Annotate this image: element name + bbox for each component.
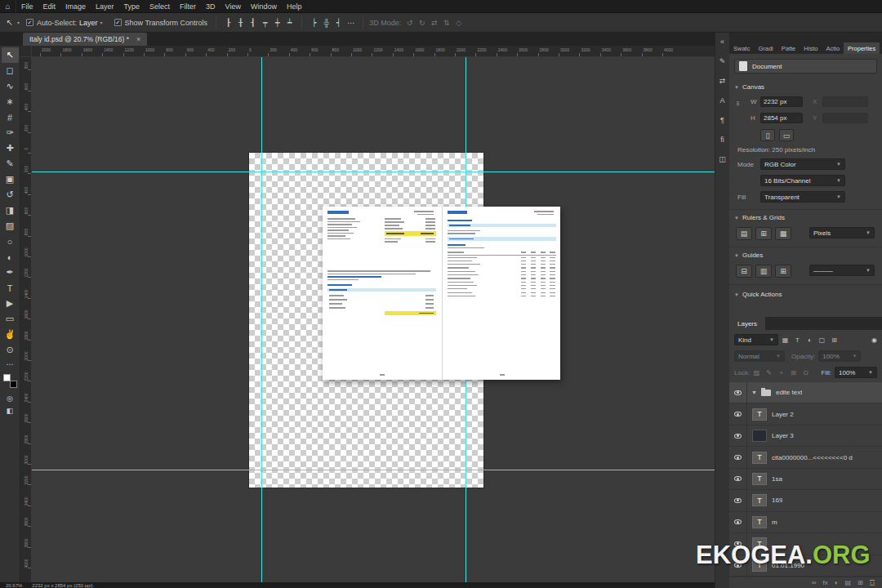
link-layers-icon[interactable]: ∞: [812, 579, 817, 586]
layer-row-3[interactable]: Tcita0000000...<<<<<<<<0 d: [729, 447, 882, 468]
vertical-ruler[interactable]: 8006004002000200400600800100012001400160…: [20, 57, 32, 582]
visibility-toggle[interactable]: [729, 490, 747, 510]
lock-icon-5[interactable]: Ω: [800, 368, 811, 378]
kind-filter-icon-5[interactable]: ⊞: [829, 335, 840, 345]
collapse-panels-icon[interactable]: «: [716, 36, 729, 47]
visibility-toggle[interactable]: [729, 512, 747, 532]
background-color-swatch[interactable]: [10, 381, 17, 388]
bit-depth-select[interactable]: 16 Bits/Channel▼: [760, 175, 845, 186]
menu-window[interactable]: Window: [246, 0, 282, 13]
layer-row-6[interactable]: Tm: [729, 512, 882, 533]
tab-layers[interactable]: Layers: [729, 317, 765, 330]
color-swatches[interactable]: [3, 374, 17, 388]
quick-mask-icon[interactable]: ◎: [2, 392, 19, 404]
kind-filter-icon-1[interactable]: ▦: [780, 335, 791, 345]
tab-swatc[interactable]: Swatc: [729, 42, 754, 54]
menu-filter[interactable]: Filter: [175, 0, 201, 13]
rulers-grids-icon-2[interactable]: ⊞: [755, 227, 772, 240]
foreground-color-swatch[interactable]: [3, 374, 11, 381]
move-tool-icon[interactable]: ↖: [2, 47, 19, 63]
document-type-row[interactable]: Document: [734, 59, 877, 74]
text-layer-thumbnail[interactable]: T: [752, 494, 767, 506]
new-layer-icon[interactable]: ⊞: [858, 579, 863, 586]
invoice-pages-layer[interactable]: [323, 207, 560, 380]
edit-toolbar-icon[interactable]: ⋯: [2, 358, 19, 370]
align-icon-1[interactable]: ┠: [222, 16, 234, 29]
rulers-grids-section-header[interactable]: ▼ Rulers & Grids: [734, 214, 877, 221]
text-layer-thumbnail[interactable]: T: [752, 516, 767, 528]
menu-image[interactable]: Image: [60, 0, 91, 13]
quick-actions-section-header[interactable]: ▼ Quick Actions: [734, 291, 877, 298]
auto-select-dropdown[interactable]: Layer▾: [79, 19, 103, 27]
layer-row-5[interactable]: T169: [729, 490, 882, 511]
paragraph-panel-icon[interactable]: ¶: [716, 114, 729, 125]
text-layer-thumbnail[interactable]: T: [752, 408, 767, 421]
orientation-portrait-button[interactable]: ▯: [760, 129, 775, 141]
healing-brush-tool-icon[interactable]: ✚: [2, 140, 19, 156]
guide-horizontal-1[interactable]: [32, 172, 715, 172]
canvas-section-header[interactable]: ▼ Canvas: [734, 83, 877, 91]
layer-style-icon[interactable]: fx: [822, 579, 827, 586]
guide-horizontal-2[interactable]: [32, 470, 715, 470]
eyedropper-tool-icon[interactable]: ✑: [2, 125, 19, 140]
menu-layer[interactable]: Layer: [91, 0, 119, 13]
rectangle-tool-icon[interactable]: ▭: [2, 311, 19, 327]
menu-type[interactable]: Type: [119, 0, 145, 13]
rulers-grids-icon-1[interactable]: ▤: [736, 227, 752, 240]
guides-icon-2[interactable]: ▥: [755, 265, 772, 278]
distribute-icon-3[interactable]: ┥: [332, 16, 345, 29]
tab-properties[interactable]: Properties: [844, 42, 880, 54]
glyphs-panel-icon[interactable]: fi: [716, 134, 729, 145]
layer-row-2[interactable]: Layer 3: [729, 425, 882, 447]
orientation-landscape-button[interactable]: ▭: [779, 129, 794, 141]
blur-tool-icon[interactable]: ○: [2, 234, 19, 249]
group-expand-icon[interactable]: ▼: [751, 390, 757, 395]
kind-filter-icon-2[interactable]: T: [792, 335, 803, 345]
lasso-tool-icon[interactable]: ∿: [2, 78, 19, 94]
layer-row-4[interactable]: T1sa: [729, 469, 882, 490]
visibility-toggle[interactable]: [729, 447, 747, 467]
filter-toggle-icon[interactable]: ◉: [871, 336, 877, 344]
distribute-icon-2[interactable]: ╬: [320, 16, 332, 29]
distribute-icon-1[interactable]: ┝: [308, 16, 320, 29]
pen-tool-icon[interactable]: ✒: [2, 265, 19, 280]
character-panel-icon[interactable]: A: [716, 95, 729, 105]
eraser-tool-icon[interactable]: ◨: [2, 203, 19, 218]
guides-icon-3[interactable]: ⊞: [775, 265, 791, 278]
layer-row-1[interactable]: TLayer 2: [729, 403, 882, 425]
align-icon-6[interactable]: ┷: [283, 16, 296, 29]
menu-edit[interactable]: Edit: [38, 0, 61, 13]
delete-layer-icon[interactable]: ⊔: [870, 580, 875, 586]
visibility-toggle[interactable]: [729, 403, 747, 424]
libraries-panel-icon[interactable]: ◫: [716, 154, 729, 164]
show-transform-checkbox[interactable]: ✓: [114, 19, 122, 26]
marquee-tool-icon[interactable]: ◻: [2, 63, 19, 78]
visibility-toggle[interactable]: [729, 469, 747, 489]
auto-select-checkbox[interactable]: ✓: [26, 19, 33, 26]
home-icon[interactable]: ⌂: [0, 0, 16, 13]
menu-view[interactable]: View: [220, 0, 246, 13]
guide-style-select[interactable]: ———▼: [809, 265, 875, 276]
gradient-tool-icon[interactable]: ▨: [2, 218, 19, 234]
close-icon[interactable]: ×: [136, 35, 140, 43]
color-mode-select[interactable]: RGB Color▼: [760, 158, 845, 170]
history-brush-tool-icon[interactable]: ↺: [2, 187, 19, 203]
screen-mode-icon[interactable]: ◧: [2, 404, 19, 416]
swap-arrows-icon[interactable]: ⇄: [716, 75, 729, 86]
dodge-tool-icon[interactable]: ◐: [2, 249, 19, 265]
quick-selection-tool-icon[interactable]: ∗: [2, 94, 19, 109]
align-icon-5[interactable]: ┿: [271, 16, 283, 29]
tab-gradi[interactable]: Gradi: [754, 42, 777, 54]
menu-file[interactable]: File: [16, 0, 38, 13]
visibility-toggle[interactable]: [729, 425, 747, 446]
brush-tool-icon[interactable]: ✎: [2, 156, 19, 172]
fill-select[interactable]: Transparent▼: [760, 191, 845, 203]
zoom-level-field[interactable]: 20.67%: [6, 583, 22, 588]
menu-help[interactable]: Help: [282, 0, 307, 13]
layer-filter-kind-select[interactable]: Kind▼: [734, 334, 778, 345]
units-select[interactable]: Pixels▼: [809, 227, 875, 238]
path-selection-tool-icon[interactable]: ▶: [2, 296, 19, 311]
text-layer-thumbnail[interactable]: T: [752, 473, 767, 485]
canvas-viewport[interactable]: [32, 57, 715, 582]
visibility-toggle[interactable]: [729, 382, 747, 403]
